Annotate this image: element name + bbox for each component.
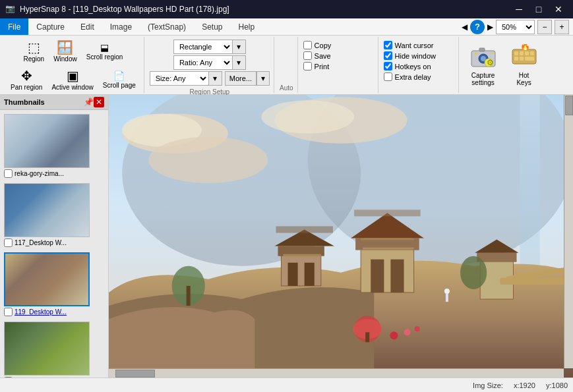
print-checkbox-row: Print	[303, 62, 330, 70]
shape-dropdown-arrow[interactable]: ▾	[233, 40, 246, 54]
active-window-button[interactable]: ▣ Active window	[47, 67, 97, 94]
thumbnails-close-button[interactable]: ✕	[94, 97, 104, 107]
more-button[interactable]: More...	[225, 71, 256, 86]
thumbnails-pin-button[interactable]: 📌	[83, 97, 94, 107]
img-height-value: y:1080	[546, 381, 568, 389]
hide-window-checkbox-row: Hide window	[384, 51, 436, 60]
svg-point-25	[148, 137, 268, 183]
window-button[interactable]: 🪟 Window	[49, 38, 81, 65]
extra-delay-checkbox[interactable]	[384, 72, 392, 81]
capture-settings-button[interactable]: ⚙ Capturesettings	[464, 41, 502, 90]
help-button[interactable]: ?	[470, 20, 485, 34]
svg-rect-33	[354, 210, 421, 216]
thumbnail-checkbox-4[interactable]	[4, 377, 13, 378]
vertical-scrollbar[interactable]	[564, 95, 573, 368]
menu-edit[interactable]: Edit	[73, 18, 102, 35]
region-icon: ⬚	[28, 41, 40, 54]
ribbon-nav-right[interactable]: ▶	[487, 22, 493, 32]
svg-rect-9	[514, 51, 518, 55]
svg-rect-30	[276, 226, 332, 233]
shape-select[interactable]: RectangleEllipseFreehand	[173, 40, 233, 54]
options-group: Copy Save Print x	[299, 37, 378, 93]
hot-keys-button[interactable]: 🔥 HotKeys	[505, 41, 543, 90]
vertical-scrollbar-thumb[interactable]	[565, 96, 573, 115]
zoom-increase-button[interactable]: +	[555, 20, 569, 34]
region-setup-group: RectangleEllipseFreehand ▾ Ratio: AnyRat…	[146, 37, 274, 93]
menu-image[interactable]: Image	[102, 18, 140, 35]
thumbnails-title: Thumbnails	[4, 98, 83, 106]
size-select[interactable]: Size: Any640x480800x600	[150, 71, 209, 86]
copy-label[interactable]: Copy	[315, 42, 332, 49]
svg-rect-11	[525, 51, 529, 55]
print-checkbox[interactable]	[303, 62, 312, 70]
scroll-region-button[interactable]: ⬓ Scroll region	[82, 40, 127, 63]
svg-rect-12	[530, 51, 534, 55]
thumbnails-panel: Thumbnails 📌 ✕ reka-gory-zima...	[0, 95, 109, 378]
copy-checkbox[interactable]	[303, 41, 312, 49]
size-dropdown-row: Size: Any640x480800x600 ▾ More... ▾	[150, 71, 270, 86]
maximize-button[interactable]: □	[529, 3, 548, 16]
more-dropdown-arrow[interactable]: ▾	[256, 71, 270, 86]
svg-rect-36	[361, 238, 413, 240]
thumbnail-label-row-4: 120_Desktop W...	[4, 377, 67, 378]
svg-rect-29	[305, 263, 315, 286]
menu-textsnap[interactable]: (TextSnap)	[140, 18, 194, 35]
ratio-select[interactable]: Ratio: AnyRatio: 4:3Ratio: 16:9	[173, 55, 233, 70]
hotkeys-checkbox[interactable]	[384, 62, 392, 70]
svg-rect-15	[525, 57, 534, 61]
minimize-button[interactable]: ─	[510, 3, 528, 16]
size-dropdown-arrow[interactable]: ▾	[209, 71, 222, 86]
svg-text:🔥: 🔥	[520, 44, 530, 51]
save-label[interactable]: Save	[315, 52, 331, 60]
pan-region-icon: ✥	[21, 69, 32, 82]
hide-window-label[interactable]: Hide window	[395, 52, 436, 60]
svg-rect-31	[361, 246, 413, 293]
ratio-dropdown-arrow[interactable]: ▾	[233, 55, 246, 70]
capture-buttons-row1: ⬚ Region 🪟 Window ⬓ Scroll region	[19, 38, 127, 65]
thumbnail-image-1[interactable]	[4, 114, 90, 168]
extra-delay-label[interactable]: Extra delay	[395, 73, 431, 81]
close-button[interactable]: ✕	[549, 3, 568, 16]
zoom-select[interactable]: 50%25%75%100%	[496, 20, 535, 34]
want-cursor-checkbox[interactable]	[384, 41, 392, 49]
extra-delay-checkbox-row: Extra delay	[384, 72, 431, 81]
menu-setup[interactable]: Setup	[194, 18, 230, 35]
list-item: reka-gory-zima...	[4, 114, 104, 178]
save-checkbox[interactable]	[303, 51, 312, 60]
print-label[interactable]: Print	[315, 63, 330, 70]
region-button[interactable]: ⬚ Region	[19, 38, 48, 65]
scroll-page-button[interactable]: 📄 Scroll page	[99, 69, 140, 92]
menu-help[interactable]: Help	[230, 18, 262, 35]
zoom-decrease-button[interactable]: −	[537, 20, 552, 34]
thumbnail-label-1: reka-gory-zima...	[15, 170, 64, 177]
thumbnail-image-4[interactable]	[4, 322, 90, 376]
svg-rect-28	[288, 263, 298, 286]
auto-group: Auto	[276, 37, 298, 93]
thumbnail-checkbox-1[interactable]	[4, 169, 13, 178]
thumbnail-checkbox-3[interactable]	[4, 308, 13, 316]
thumbnail-image-3[interactable]	[4, 252, 90, 306]
hide-window-checkbox[interactable]	[384, 51, 392, 60]
thumbnail-checkbox-2[interactable]	[4, 238, 13, 247]
pan-region-button[interactable]: ✥ Pan region	[7, 67, 46, 94]
menu-capture[interactable]: Capture	[28, 18, 73, 35]
svg-point-43	[444, 289, 450, 294]
want-cursor-label[interactable]: Want cursor	[395, 42, 434, 49]
thumbnail-image-2[interactable]	[4, 183, 90, 237]
capture-tools-group: ⚙ Capturesettings 🔥	[460, 37, 547, 93]
main-area: Thumbnails 📌 ✕ reka-gory-zima...	[0, 95, 573, 378]
svg-rect-3	[479, 48, 485, 51]
image-viewer[interactable]	[109, 95, 573, 378]
scroll-region-icon: ⬓	[100, 43, 109, 52]
capture-settings-icon: ⚙	[470, 44, 497, 72]
ribbon-nav-left[interactable]: ◀	[462, 22, 467, 32]
list-item: 117_Desktop W...	[4, 183, 104, 247]
horizontal-scrollbar-thumb[interactable]	[115, 370, 155, 378]
thumbnail-label-row-2: 117_Desktop W...	[4, 238, 67, 247]
svg-rect-10	[520, 51, 524, 55]
active-window-icon: ▣	[67, 69, 79, 82]
hotkeys-label[interactable]: Hotkeys on	[395, 63, 431, 70]
horizontal-scrollbar[interactable]	[109, 368, 564, 378]
save-checkbox-row: Save	[303, 51, 331, 60]
menu-file[interactable]: File	[0, 18, 28, 35]
